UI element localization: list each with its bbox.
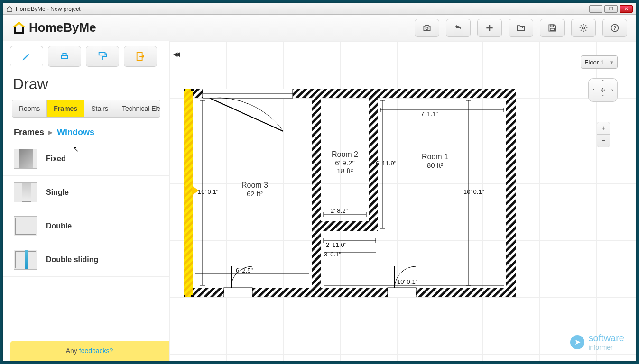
floor-selector[interactable]: Floor 1 ▾ [581, 55, 618, 69]
dim-door-left: 6' 2.5" [236, 267, 253, 274]
dim-top-right: 7' 1.1" [421, 110, 438, 118]
undo-icon [454, 23, 463, 33]
snapshot-button[interactable] [415, 19, 439, 37]
svg-rect-15 [184, 89, 193, 297]
mode-tab-export[interactable] [124, 46, 157, 67]
dim-right-height: 10' 0.1" [463, 188, 484, 195]
svg-point-0 [426, 27, 428, 29]
tab-frames[interactable]: Frames [47, 100, 84, 117]
watermark-icon: ➤ [570, 335, 584, 349]
window-type-list: Fixed Single Double Double sliding [3, 140, 169, 279]
sidebar-collapse-button[interactable]: ◂◂ [173, 49, 178, 59]
svg-rect-2 [550, 28, 554, 30]
feedback-bar[interactable]: Any feedbacks? [10, 341, 169, 361]
pan-down-icon[interactable]: ˅ [598, 94, 608, 101]
app-name: HomeByMe [29, 20, 96, 35]
dim-door-right: 10' 0.1" [397, 278, 417, 285]
window-close-button[interactable]: ✕ [620, 5, 633, 13]
app-window: HomeByMe - New project — ❐ ✕ HomeByMe ? [3, 3, 636, 361]
item-label: Double sliding [46, 255, 98, 264]
watermark-line1: software [588, 333, 624, 344]
sidebar: Draw Rooms Frames Stairs Technical Elts.… [3, 41, 169, 361]
dim-room2-bottom: 2' 8.2" [331, 207, 348, 214]
watermark: ➤ software informer [570, 333, 624, 351]
section-title: Draw [3, 72, 169, 100]
breadcrumb: Frames ▸ Windows [3, 118, 169, 140]
room1-label: Room 1 80 ft² [407, 153, 463, 169]
mode-tab-draw[interactable] [10, 46, 43, 67]
svg-rect-19 [312, 231, 321, 297]
svg-text:?: ? [613, 25, 617, 31]
undo-button[interactable] [446, 19, 471, 37]
feedback-link[interactable]: feedbacks? [79, 347, 113, 355]
help-button[interactable]: ? [602, 19, 627, 37]
app-header: HomeByMe ? [3, 15, 636, 41]
dim-hall-top: 2' 11.0" [326, 241, 346, 248]
pencil-icon [21, 51, 32, 62]
pan-left-icon[interactable]: ‹ [589, 86, 598, 94]
item-label: Fixed [46, 155, 66, 163]
list-item-fixed[interactable]: Fixed [3, 142, 169, 176]
paint-roller-icon [97, 51, 108, 62]
mode-tab-furnish[interactable] [48, 46, 81, 67]
breadcrumb-leaf[interactable]: Windows [57, 127, 94, 137]
chevron-right-icon: ▸ [48, 127, 53, 137]
list-item-double[interactable]: Double [3, 209, 169, 243]
svg-rect-27 [388, 288, 416, 297]
camera-icon [422, 23, 432, 33]
svg-rect-25 [224, 288, 252, 297]
zoom-out-button[interactable]: − [597, 135, 610, 147]
pan-control[interactable]: ˄ ‹✢› ˅ [588, 78, 618, 102]
settings-button[interactable] [571, 19, 596, 37]
thumb-fixed-window [14, 149, 37, 169]
svg-rect-18 [312, 89, 321, 231]
breadcrumb-root[interactable]: Frames [14, 127, 44, 137]
window-minimize-button[interactable]: — [589, 5, 602, 13]
pan-center-icon[interactable]: ✢ [598, 86, 608, 94]
app-logo: HomeByMe [12, 20, 96, 35]
house-icon [12, 21, 26, 35]
svg-point-3 [583, 27, 585, 29]
svg-marker-16 [184, 186, 185, 195]
svg-rect-6 [99, 53, 105, 55]
plus-icon [485, 23, 494, 33]
thumb-single-window [14, 182, 37, 202]
gear-icon [579, 23, 588, 33]
floorplan[interactable]: Room 3 62 ft² Room 2 6' 9.2" 18 ft² Room… [184, 89, 516, 297]
furniture-icon [59, 51, 70, 62]
item-label: Single [46, 188, 69, 197]
list-item-double-sliding[interactable]: Double sliding [3, 243, 169, 277]
zoom-control: + − [597, 122, 610, 147]
svg-rect-32 [191, 295, 194, 297]
save-icon [547, 23, 557, 33]
tab-stairs[interactable]: Stairs [84, 100, 115, 117]
tab-rooms[interactable]: Rooms [12, 100, 47, 117]
item-label: Double [46, 222, 72, 230]
window-title: HomeByMe - New project [16, 6, 81, 12]
open-button[interactable] [509, 19, 533, 37]
watermark-line2: informer [588, 344, 624, 351]
mode-tab-decorate[interactable] [86, 46, 119, 67]
category-tabs: Rooms Frames Stairs Technical Elts. [12, 100, 160, 118]
canvas[interactable]: ◂◂ Floor 1 ▾ ˄ ‹✢› ˅ + − [169, 41, 636, 361]
export-icon [135, 51, 146, 62]
pan-up-icon[interactable]: ˄ [598, 79, 608, 86]
pan-right-icon[interactable]: › [608, 86, 617, 94]
window-maximize-button[interactable]: ❐ [604, 5, 618, 13]
room3-label: Room 3 62 ft² [226, 181, 283, 198]
add-button[interactable] [477, 19, 502, 37]
folder-icon [516, 23, 526, 33]
svg-rect-21 [312, 221, 378, 231]
app-small-icon [6, 6, 13, 12]
dim-hall-bot: 3' 0.1" [324, 251, 341, 258]
tab-technical[interactable]: Technical Elts. [115, 100, 160, 117]
save-button[interactable] [540, 19, 565, 37]
thumb-double-sliding-window [14, 250, 37, 270]
floor-selector-label: Floor 1 [585, 59, 604, 66]
svg-rect-1 [550, 25, 554, 27]
feedback-prefix: Any [66, 347, 77, 355]
os-titlebar: HomeByMe - New project — ❐ ✕ [3, 3, 636, 15]
zoom-in-button[interactable]: + [597, 122, 610, 135]
svg-rect-31 [184, 295, 185, 297]
list-item-single[interactable]: Single [3, 176, 169, 209]
